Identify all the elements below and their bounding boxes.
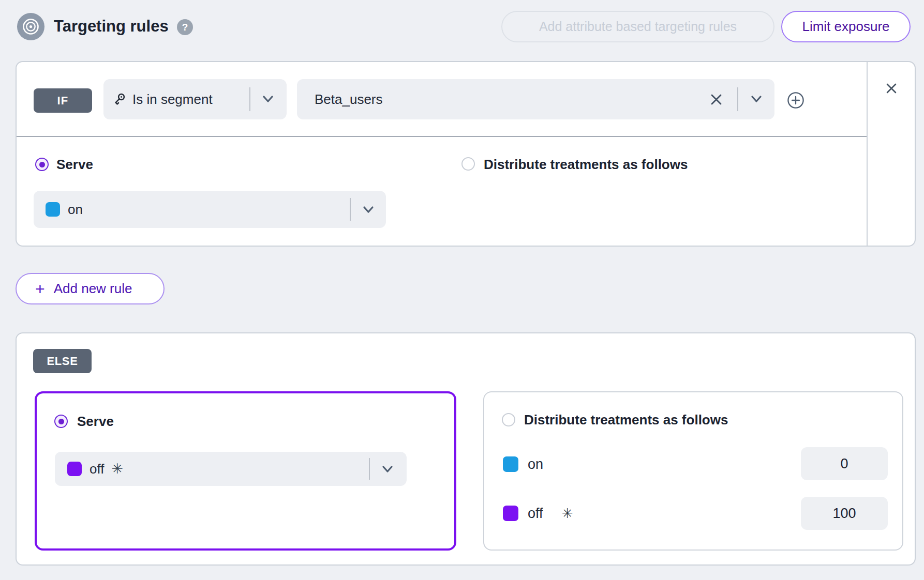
select-divider xyxy=(369,458,370,480)
help-icon[interactable]: ? xyxy=(177,19,193,35)
treatment-color-swatch xyxy=(67,462,82,476)
else-serve-label: Serve xyxy=(77,413,114,430)
else-treatment-select[interactable]: off ✳ xyxy=(55,452,407,486)
distribute-label: Distribute treatments as follows xyxy=(484,156,688,173)
target-icon xyxy=(17,13,44,40)
treatment-select[interactable]: on xyxy=(34,191,386,228)
treatment-color-swatch xyxy=(46,202,60,217)
add-new-rule-label: Add new rule xyxy=(54,281,132,297)
treatment-percentage-input[interactable]: 100 xyxy=(801,497,888,530)
treatment-name: on xyxy=(528,456,543,472)
targeting-rules-page: Targeting rules ? Add attribute based ta… xyxy=(0,0,924,580)
matcher-select[interactable]: Is in segment xyxy=(103,79,287,119)
serve-label: Serve xyxy=(56,156,93,173)
treatment-name: off xyxy=(528,506,543,522)
else-distribute-panel: Distribute treatments as follows on 0 of… xyxy=(483,391,903,551)
key-icon xyxy=(111,91,127,107)
clear-icon[interactable] xyxy=(709,93,723,106)
default-treatment-icon: ✳ xyxy=(111,461,123,477)
else-distribute-label: Distribute treatments as follows xyxy=(524,411,728,428)
matcher-label: Is in segment xyxy=(132,91,213,108)
default-treatment-icon: ✳ xyxy=(562,506,573,522)
row-divider xyxy=(17,136,867,137)
chevron-down-icon xyxy=(361,204,376,216)
chevron-down-icon xyxy=(749,93,764,105)
else-serve-box: Serve off ✳ xyxy=(35,391,456,551)
else-badge: ELSE xyxy=(33,349,92,373)
page-title: Targeting rules xyxy=(54,17,169,36)
plus-icon: + xyxy=(35,281,45,297)
add-attribute-rules-button[interactable]: Add attribute based targeting rules xyxy=(501,11,774,42)
card-divider xyxy=(867,62,868,246)
remove-rule-icon[interactable] xyxy=(884,81,899,96)
else-distribute-radio[interactable] xyxy=(502,413,515,426)
select-divider xyxy=(737,87,738,111)
else-rule-card: ELSE Serve off ✳ Distribute treatments a… xyxy=(16,332,916,566)
limit-exposure-button[interactable]: Limit exposure xyxy=(781,11,911,42)
serve-radio[interactable] xyxy=(35,158,49,171)
treatment-percentage-input[interactable]: 0 xyxy=(801,447,888,480)
treatment-color-swatch xyxy=(503,506,518,521)
add-new-rule-button[interactable]: + Add new rule xyxy=(16,273,165,304)
distribute-radio[interactable] xyxy=(461,157,475,171)
segment-value-field[interactable]: Beta_users xyxy=(297,79,774,119)
chevron-down-icon xyxy=(380,463,395,476)
treatment-value: off xyxy=(90,461,104,477)
select-divider xyxy=(249,87,250,111)
if-rule-card: IF Is in segment Beta_users xyxy=(16,61,916,247)
chevron-down-icon xyxy=(260,93,276,105)
add-condition-icon[interactable] xyxy=(787,91,804,109)
if-badge: IF xyxy=(34,88,92,113)
select-divider xyxy=(350,198,351,221)
treatment-color-swatch xyxy=(503,456,518,472)
treatment-value: on xyxy=(68,202,83,218)
else-serve-radio[interactable] xyxy=(54,415,68,428)
segment-value: Beta_users xyxy=(315,91,383,108)
